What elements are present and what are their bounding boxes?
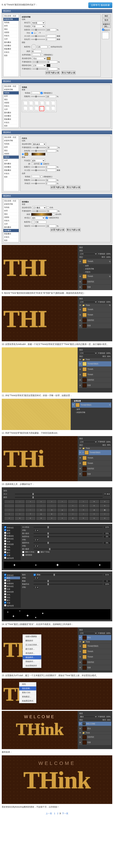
choke-slider[interactable] — [31, 167, 45, 167]
default-button[interactable]: 设置为默认值 — [50, 185, 65, 189]
sopac-input[interactable] — [47, 67, 58, 70]
eye-icon[interactable]: 👁 — [79, 742, 82, 744]
count-value[interactable]: 6 — [104, 580, 111, 582]
brush-preset[interactable]: ✥ — [100, 504, 110, 508]
eye-icon[interactable]: 👁 — [79, 468, 82, 470]
list-item[interactable]: 光泽 — [3, 159, 19, 162]
angjit-slider[interactable] — [34, 536, 103, 537]
preview-check[interactable] — [102, 29, 104, 31]
menu-item[interactable]: 复制 CSS — [19, 690, 36, 695]
list-item[interactable]: 投影 — [3, 124, 19, 128]
layer-row[interactable]: 👁Think外 — [79, 372, 111, 377]
brush-preset[interactable]: ◑ — [47, 508, 57, 512]
blend-select[interactable]: 正常 — [79, 253, 98, 255]
angle-dial[interactable] — [31, 44, 36, 50]
opac-value[interactable]: 100% — [106, 716, 111, 718]
blend-select[interactable]: 颜色减淡 — [32, 143, 46, 146]
eye-icon[interactable]: 👁 — [79, 736, 82, 738]
grad-radio[interactable] — [29, 153, 31, 155]
size-input[interactable] — [46, 169, 56, 172]
option-item[interactable]: 画笔笔势 — [4, 590, 20, 593]
menu-item[interactable]: 填充路径... — [23, 651, 41, 655]
brush-preset[interactable]: ✶ — [100, 512, 110, 516]
opac-input[interactable] — [47, 210, 57, 213]
list-item[interactable]: 混合选项：自定 — [3, 199, 19, 203]
eye-icon[interactable]: 👁 — [79, 374, 82, 376]
learn-button[interactable]: 立即学习 报名听课 — [88, 2, 112, 8]
layer-row[interactable]: 👁Think外 — [79, 312, 111, 317]
eye-icon[interactable]: 👁 — [79, 732, 82, 734]
layer-row[interactable]: 👁Think纹理填充 — [79, 644, 111, 649]
layer-row[interactable]: 👁背景 — [79, 383, 111, 388]
hard-slider[interactable] — [15, 497, 103, 498]
list-item[interactable]: 描边 — [3, 149, 19, 152]
eye-icon[interactable]: 👁 — [79, 457, 82, 459]
layer-row[interactable]: 👁星光 — [79, 635, 111, 640]
eye-icon[interactable]: 👁 — [79, 359, 82, 361]
option-item[interactable]: 颜色动态 — [4, 537, 20, 540]
menu-item[interactable]: 自由变换路径 — [23, 664, 41, 668]
panel-tab[interactable]: 图层 — [79, 349, 83, 351]
fill-value[interactable]: 90% — [107, 444, 111, 446]
context-menu[interactable]: 排列 混合选项... 复制 CSS 复制图层... 粘贴图层样式 — [19, 682, 36, 703]
eye-icon[interactable]: 👁 — [79, 651, 82, 653]
layer-row[interactable]: 👁📁Think — [79, 447, 111, 450]
cntjit-slider[interactable] — [34, 584, 103, 585]
contour-preset[interactable] — [28, 106, 33, 111]
tech-select[interactable]: 柔和 — [31, 159, 45, 162]
list-item[interactable]: 光泽 — [3, 222, 19, 226]
eye-icon[interactable]: 👁 — [79, 447, 82, 449]
eye-icon[interactable]: 👁 — [79, 368, 82, 370]
option-item[interactable]: 保护纹理 — [4, 604, 20, 607]
list-item[interactable]: 图案叠加 — [3, 118, 19, 121]
gloss-contour[interactable] — [32, 53, 40, 56]
both-check[interactable] — [34, 574, 36, 576]
eye-icon[interactable]: 👁 — [79, 641, 82, 643]
brush-preset[interactable]: ✹ — [25, 517, 36, 520]
brush-preset[interactable]: • — [4, 500, 14, 504]
hopac-slider[interactable] — [32, 62, 46, 62]
list-item[interactable]: 纹理 — [3, 209, 19, 213]
layer-row[interactable]: 👁📁Thinkfx — [79, 304, 111, 307]
grad-picker[interactable] — [32, 153, 45, 156]
layer-row[interactable]: 👁背景亮区 — [79, 279, 111, 284]
option-item[interactable]: 杂色 — [4, 546, 20, 549]
brush-preset[interactable]: ✽ — [68, 517, 78, 520]
brush-preset[interactable]: ✳ — [78, 500, 88, 504]
menu-item[interactable]: 描边路径... — [23, 655, 41, 659]
option-item[interactable]: 传递 — [4, 588, 20, 590]
flipx-check[interactable] — [22, 551, 24, 553]
contour-preset[interactable] — [39, 106, 44, 111]
hcolor-swatch[interactable] — [47, 57, 50, 60]
brush-preset[interactable]: ≈ — [15, 508, 25, 512]
layer-row[interactable]: 👁📁Think — [79, 641, 111, 643]
blend-select[interactable]: 正常 — [79, 352, 98, 354]
list-item[interactable]: 斜面和浮雕 — [3, 203, 19, 206]
option-item[interactable]: 颜色动态 — [4, 585, 20, 588]
global-check[interactable] — [48, 46, 50, 48]
angle-input[interactable] — [36, 221, 46, 223]
cntjit-value[interactable]: 100% — [104, 583, 111, 586]
eye-icon[interactable]: 👁 — [79, 637, 82, 639]
option-item[interactable]: 平滑 — [4, 601, 20, 604]
depth-slider[interactable] — [31, 30, 45, 30]
fx-badge[interactable]: fx — [109, 304, 111, 306]
list-item[interactable]: 纹理 — [3, 24, 19, 28]
eye-icon[interactable]: 👁 — [79, 314, 82, 316]
sizejit-slider[interactable] — [34, 527, 103, 528]
contour-preset[interactable] — [45, 101, 50, 106]
soft-input[interactable] — [46, 38, 56, 41]
sizejit-value[interactable]: 100% — [104, 526, 111, 529]
contour-preset[interactable] — [50, 106, 55, 111]
layer-row[interactable]: 👁Think内 — [79, 367, 111, 372]
opac-value[interactable]: 100% — [106, 352, 111, 354]
hmode-select[interactable]: 亮光 — [32, 57, 46, 60]
list-item[interactable]: 外发光 — [3, 121, 19, 124]
eye-icon[interactable]: 👁 — [79, 260, 82, 262]
newstyle-button[interactable]: 新建样式(W)... — [102, 23, 111, 28]
menu-item[interactable]: 删除路径 — [23, 639, 41, 643]
eye-icon[interactable]: 👁 — [79, 281, 82, 283]
panel-tab[interactable]: 图层 — [79, 437, 83, 440]
contour-picker[interactable] — [31, 92, 40, 95]
opac-value[interactable]: 100% — [106, 441, 111, 443]
